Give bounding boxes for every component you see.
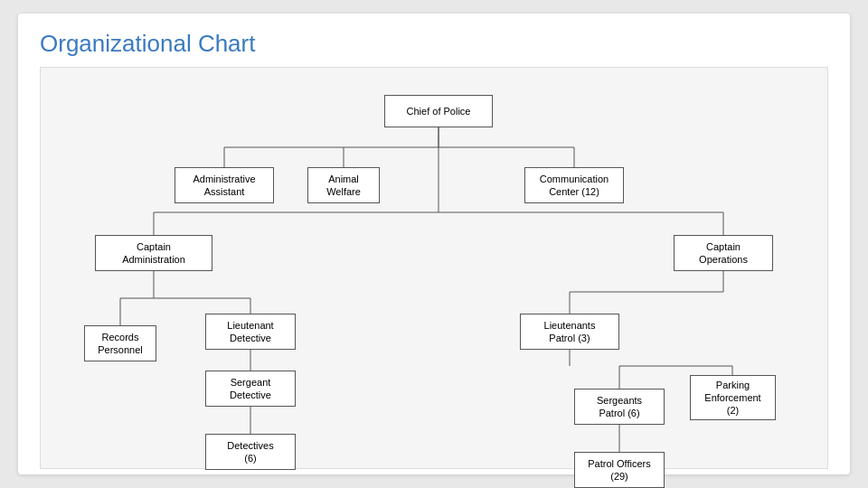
org-box-animal: Animal Welfare: [307, 167, 380, 203]
org-box-detectives: Detectives (6): [205, 434, 296, 470]
org-box-sgt_detective: Sergeant Detective: [205, 371, 296, 407]
org-box-cap_admin: Captain Administration: [95, 235, 212, 271]
org-box-lt_patrol: Lieutenants Patrol (3): [520, 314, 619, 350]
org-box-cap_ops: Captain Operations: [674, 235, 773, 271]
org-box-records: Records Personnel: [84, 325, 156, 361]
page: Organizational Chart: [18, 14, 850, 474]
org-box-parking: Parking Enforcement (2): [690, 375, 776, 420]
org-box-comm: Communication Center (12): [524, 167, 624, 203]
org-box-patrol_officers: Patrol Officers (29): [574, 452, 665, 488]
page-title: Organizational Chart: [40, 30, 828, 58]
chart-area: Chief of PoliceAdministrative AssistantA…: [40, 67, 828, 469]
org-box-lt_detective: Lieutenant Detective: [205, 314, 296, 350]
org-box-admin_asst: Administrative Assistant: [175, 167, 274, 203]
org-box-sgt_patrol: Sergeants Patrol (6): [574, 389, 665, 425]
org-box-chief: Chief of Police: [384, 95, 493, 127]
